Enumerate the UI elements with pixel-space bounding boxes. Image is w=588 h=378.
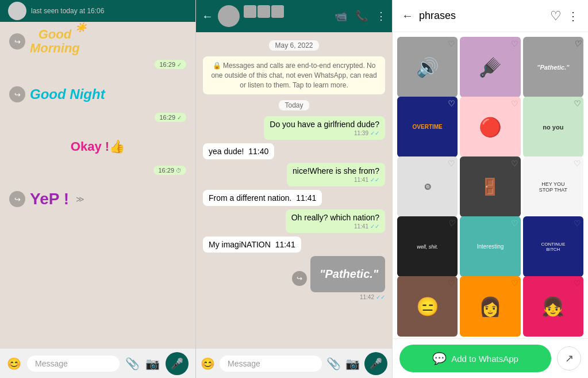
button-text: 🔘: [424, 184, 431, 190]
sticker-chat: ↪ GoodMorning☀️ 16:29 ✓ ↪ Good Night 16:…: [0, 22, 195, 348]
panic-icon: 🔴: [479, 116, 502, 138]
emoji-icon[interactable]: 😊: [201, 357, 215, 371]
heart-icon[interactable]: ♡: [448, 99, 455, 108]
mic-button[interactable]: 🎤: [166, 352, 189, 375]
attach-icon[interactable]: 📎: [326, 357, 341, 371]
chat-messages: May 6, 2022 🔒 Messages and calls are end…: [196, 32, 392, 348]
forward-btn[interactable]: ↪: [292, 271, 307, 286]
noyou-text: no you: [540, 121, 566, 133]
heart-icon[interactable]: ♡: [574, 278, 581, 288]
video-call-icon[interactable]: 📹: [335, 10, 347, 22]
attach-icon[interactable]: 📎: [125, 357, 140, 371]
favorite-icon[interactable]: ♡: [550, 9, 562, 24]
sticker-row-good-night: ↪ Good Night: [9, 86, 186, 102]
heart-icon[interactable]: ♡: [574, 219, 581, 228]
message-text: yea dude! 11:40: [209, 147, 268, 156]
share-button[interactable]: ↗: [557, 346, 581, 371]
sticker-cell-girl3[interactable]: 👧 ♡: [523, 276, 583, 337]
panel1-input-bar: 😊 Message 📎 📷 🎤: [0, 348, 195, 378]
sticker-cell-continue[interactable]: CONTINUEBITCH ♡: [523, 216, 583, 277]
add-button-label: Add to WhatsApp: [451, 354, 518, 364]
whatsapp-chat-panel: ← 📹 📞 ⋮ May 6, 2022 🔒 Messages and calls…: [195, 0, 392, 378]
camera-icon[interactable]: 📷: [345, 357, 360, 371]
heart-icon[interactable]: ♡: [511, 39, 518, 48]
today-label: Today: [279, 100, 309, 110]
message-time: 11:41 ✓✓: [291, 223, 379, 230]
heart-icon[interactable]: ♡: [511, 99, 518, 108]
camera-icon[interactable]: 📷: [145, 357, 160, 371]
pathetic-sticker-msg: ↪ "Pathetic." 11:42 ✓✓: [310, 256, 385, 300]
heart-icon[interactable]: ♡: [448, 39, 455, 48]
call-icon[interactable]: 📞: [355, 10, 368, 22]
sticker-cell-comb[interactable]: 🪮 ♡: [460, 37, 520, 97]
last-seen-label: last seen today at 16:06: [31, 7, 104, 15]
sticker-cell-wellshit[interactable]: well, shit. ♡: [397, 216, 458, 277]
overtime-text: OVERTIME: [413, 124, 443, 130]
sticker-cell-button[interactable]: 🔘 ♡: [397, 156, 458, 217]
message-bubble: yea dude! 11:40: [203, 143, 274, 159]
panel3-header: ← phrases ♡ ⋮: [393, 0, 588, 32]
emoji-icon[interactable]: 😊: [7, 357, 21, 371]
girl2-icon: 👩: [479, 296, 502, 318]
heart-icon[interactable]: ♡: [448, 159, 455, 168]
message-input[interactable]: Message: [27, 356, 120, 372]
sticker-cell-panic[interactable]: 🔴 ♡: [460, 97, 520, 157]
time-badge-3: 16:29 ⏱: [153, 166, 186, 175]
girl3-icon: 👧: [541, 296, 564, 318]
add-to-whatsapp-button[interactable]: 💬 Add to WhatsApp: [399, 345, 551, 372]
heart-icon[interactable]: ♡: [511, 159, 518, 168]
message-text: From a different nation. 11:41: [209, 193, 316, 203]
more-options-icon[interactable]: ⋮: [567, 9, 579, 23]
sticker-cell-overtime[interactable]: OVERTIME ♡: [397, 97, 458, 157]
sticker-cell-speaker[interactable]: 🔊 ♡: [397, 37, 458, 97]
forward-button[interactable]: ↪: [9, 191, 25, 207]
heart-icon[interactable]: ♡: [574, 159, 581, 168]
interesting-text: Interesting: [477, 243, 504, 250]
okay-text: Okay !👍: [71, 139, 125, 154]
yep-sticker: YeP !: [30, 190, 69, 208]
sticker-cell-hey[interactable]: HEY YOUSTOP THAT ♡: [523, 156, 583, 217]
sticker-grid: 🔊 ♡ 🪮 ♡ "Pathetic." ♡ OVERTIME ♡ 🔴 ♡ no …: [393, 32, 588, 338]
panel1-header: last seen today at 16:06: [0, 0, 195, 22]
forward-button[interactable]: ↪: [9, 86, 25, 102]
hey-text: HEY YOUSTOP THAT: [537, 179, 570, 195]
sticker-cell-exit[interactable]: 🚪 ♡: [460, 156, 520, 217]
heart-icon[interactable]: ♡: [511, 278, 518, 288]
forward-button[interactable]: ↪: [9, 33, 25, 49]
back-button[interactable]: ←: [402, 9, 413, 22]
sticker-cell-interesting[interactable]: Interesting ♡: [460, 216, 520, 277]
heart-icon[interactable]: ♡: [448, 278, 455, 288]
good-morning-sticker: GoodMorning☀️: [30, 28, 80, 55]
avatar: [8, 2, 26, 20]
speaker-icon: 🔊: [416, 56, 439, 78]
sticker-cell-girl2[interactable]: 👩 ♡: [460, 276, 520, 337]
sticker-row-good-morning: ↪ GoodMorning☀️: [9, 28, 186, 55]
sticker-row-okay: Okay !👍: [9, 139, 186, 154]
sticker-cell-girl1[interactable]: 😑 ♡: [397, 276, 458, 337]
message-time: 11:39 ✓✓: [270, 130, 379, 136]
good-night-text: Good Night: [30, 86, 105, 102]
message-time: 11:41 ✓✓: [293, 177, 379, 183]
message-bubble: From a different nation. 11:41: [203, 190, 322, 206]
wellshit-text: well, shit.: [417, 244, 438, 250]
message-input[interactable]: Message: [220, 356, 322, 372]
panel3-bottom: 💬 Add to WhatsApp ↗: [393, 338, 588, 378]
heart-icon[interactable]: ♡: [511, 219, 518, 228]
avatar-group: [218, 5, 284, 27]
heart-icon[interactable]: ♡: [448, 219, 455, 228]
message-bubble: Do you have a girlfriend dude? 11:39 ✓✓: [264, 116, 385, 140]
avatar-thumb-2: [258, 5, 270, 18]
back-button[interactable]: ←: [202, 10, 213, 23]
sticker-cell-noyou[interactable]: no you ♡: [523, 97, 583, 157]
sticker-cell-pathetic[interactable]: "Pathetic." ♡: [523, 37, 583, 97]
message-text: Oh really? which nation?: [291, 213, 379, 222]
heart-icon[interactable]: ♡: [574, 99, 581, 108]
heart-icon[interactable]: ♡: [574, 39, 581, 48]
panel2-input-bar: 😊 Message 📎 📷 🎤: [196, 348, 392, 378]
phrases-title: phrases: [419, 10, 544, 22]
menu-icon[interactable]: ⋮: [376, 10, 386, 22]
double-chevron: ≫: [76, 194, 84, 204]
mic-button[interactable]: 🎤: [364, 352, 387, 375]
message-placeholder: Message: [228, 359, 260, 368]
encrypt-notice[interactable]: 🔒 Messages and calls are end-to-end encr…: [203, 56, 385, 94]
